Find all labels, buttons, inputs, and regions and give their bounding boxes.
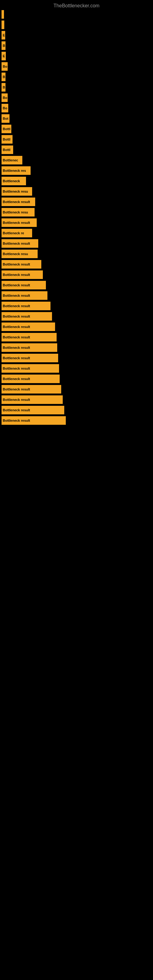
bar-18: Bottleneck resu [2, 187, 32, 196]
bar-label-7: B [3, 75, 5, 79]
site-title: TheBottlenecker.com [0, 0, 153, 10]
bar-label-36: Bottleneck result [3, 377, 30, 381]
bar-label-34: Bottleneck result [3, 356, 30, 360]
bar-label-29: Bottleneck result [3, 304, 30, 308]
bar-6: Bo [2, 62, 8, 71]
bar-row-11: Bot [0, 114, 153, 123]
bar-row-33: Bottleneck result [0, 343, 153, 352]
bar-label-12: Bottl [3, 127, 10, 131]
bar-10: Bo [2, 104, 8, 112]
bar-row-27: Bottleneck result [0, 281, 153, 290]
bar-row-3: E [0, 31, 153, 40]
bar-label-27: Bottleneck result [3, 283, 30, 287]
bar-label-15: Bottlenec [3, 158, 18, 162]
bar-40: Bottleneck result [2, 416, 66, 425]
main-container: TheBottlenecker.com EBEBoBBBoBoBotBottlB… [0, 0, 153, 433]
bar-13: Bottl [2, 135, 13, 144]
bar-row-31: Bottleneck result [0, 323, 153, 331]
bar-29: Bottleneck result [2, 302, 51, 310]
bar-row-16: Bottleneck res [0, 166, 153, 175]
bar-30: Bottleneck result [2, 312, 52, 321]
bar-row-37: Bottleneck result [0, 385, 153, 393]
bar-row-9: Bo [0, 94, 153, 102]
bar-row-10: Bo [0, 104, 153, 112]
bar-row-2 [0, 21, 153, 29]
bar-27: Bottleneck result [2, 281, 46, 290]
bar-row-22: Bottleneck re [0, 229, 153, 237]
bar-5: E [2, 52, 6, 60]
bar-label-33: Bottleneck result [3, 346, 30, 350]
bar-14: Bottl [2, 145, 13, 154]
bar-row-26: Bottleneck result [0, 270, 153, 279]
bar-20: Bottleneck resu [2, 208, 35, 216]
bar-row-38: Bottleneck result [0, 395, 153, 404]
bar-label-25: Bottleneck result [3, 262, 30, 266]
bar-row-32: Bottleneck result [0, 333, 153, 342]
bar-label-14: Bottl [3, 148, 10, 151]
bar-row-19: Bottleneck result [0, 197, 153, 206]
bar-row-28: Bottleneck result [0, 291, 153, 300]
bar-label-35: Bottleneck result [3, 367, 30, 370]
bar-31: Bottleneck result [2, 323, 55, 331]
bar-row-4: B [0, 41, 153, 50]
bar-28: Bottleneck result [2, 291, 48, 300]
bar-row-5: E [0, 52, 153, 60]
bar-23: Bottleneck result [2, 239, 38, 248]
bar-9: Bo [2, 94, 8, 102]
bar-row-36: Bottleneck result [0, 375, 153, 383]
bar-label-22: Bottleneck re [3, 231, 24, 235]
bar-2 [2, 21, 4, 29]
bar-label-11: Bot [3, 117, 8, 120]
bar-row-17: Bottleneck [0, 177, 153, 185]
bar-label-40: Bottleneck result [3, 418, 30, 422]
bar-row-18: Bottleneck resu [0, 187, 153, 196]
bar-row-6: Bo [0, 62, 153, 71]
bar-label-16: Bottleneck res [3, 169, 26, 172]
bar-label-21: Bottleneck result [3, 221, 30, 224]
bar-label-38: Bottleneck result [3, 398, 30, 401]
bar-16: Bottleneck res [2, 166, 30, 175]
bar-label-9: Bo [3, 96, 7, 100]
bar-label-13: Bottl [3, 137, 10, 141]
bar-37: Bottleneck result [2, 385, 61, 393]
bar-row-23: Bottleneck result [0, 239, 153, 248]
bar-row-13: Bottl [0, 135, 153, 144]
bar-label-8: B [3, 86, 5, 89]
bar-row-40: Bottleneck result [0, 416, 153, 425]
bar-label-30: Bottleneck result [3, 315, 30, 318]
bar-label-39: Bottleneck result [3, 408, 30, 412]
bar-label-23: Bottleneck result [3, 242, 30, 245]
bar-35: Bottleneck result [2, 364, 59, 373]
bar-label-20: Bottleneck resu [3, 210, 28, 214]
bar-label-26: Bottleneck result [3, 273, 30, 277]
bar-34: Bottleneck result [2, 354, 58, 362]
bar-row-15: Bottlenec [0, 156, 153, 164]
bar-7: B [2, 73, 5, 81]
bar-label-18: Bottleneck resu [3, 189, 28, 193]
bar-row-1 [0, 10, 153, 19]
bar-22: Bottleneck re [2, 229, 32, 237]
bar-33: Bottleneck result [2, 343, 57, 352]
bar-row-25: Bottleneck result [0, 260, 153, 269]
bar-label-6: Bo [3, 65, 7, 68]
bar-3: E [2, 31, 5, 40]
bar-row-35: Bottleneck result [0, 364, 153, 373]
bar-label-17: Bottleneck [3, 179, 20, 183]
bar-38: Bottleneck result [2, 395, 63, 404]
bar-label-10: Bo [3, 106, 7, 110]
bar-row-8: B [0, 83, 153, 92]
bar-11: Bot [2, 114, 10, 123]
bar-32: Bottleneck result [2, 333, 57, 342]
bar-row-14: Bottl [0, 145, 153, 154]
bar-25: Bottleneck result [2, 260, 41, 269]
bar-label-5: E [3, 54, 5, 58]
bar-26: Bottleneck result [2, 270, 43, 279]
bar-12: Bottl [2, 125, 11, 133]
bar-row-39: Bottleneck result [0, 406, 153, 414]
bar-row-12: Bottl [0, 125, 153, 133]
bar-row-21: Bottleneck result [0, 218, 153, 227]
bar-15: Bottlenec [2, 156, 22, 164]
bar-4: B [2, 41, 5, 50]
bar-label-24: Bottleneck resu [3, 252, 28, 256]
bar-19: Bottleneck result [2, 197, 35, 206]
